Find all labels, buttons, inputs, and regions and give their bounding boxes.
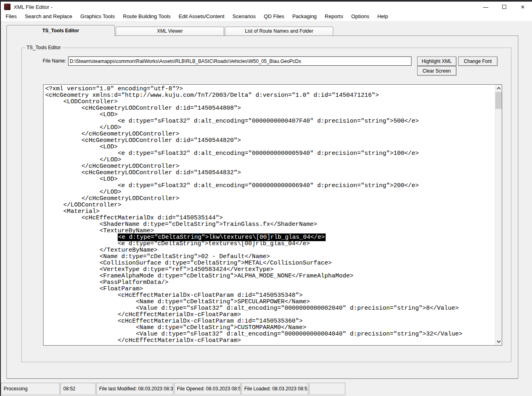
- code-line: <Name d:type="cDeltaString">CUSTOMPARAM0…: [45, 325, 495, 331]
- file-name-label: File Name:: [40, 58, 66, 64]
- menu-item-scenarios[interactable]: Scenarios: [229, 12, 260, 21]
- code-line: </cHcGeometryLODController>: [45, 163, 495, 170]
- code-line: <VertexType d:type="ref">1450583424</Ver…: [45, 267, 495, 273]
- code-line: <cHcEffectMaterialDx-cFloatParam d:id="1…: [45, 292, 495, 299]
- menu-item-route-building-tools[interactable]: Route Building Tools: [119, 12, 175, 21]
- file-name-input[interactable]: [68, 56, 411, 66]
- chevron-up-icon: [497, 87, 501, 91]
- code-line: <LOD>: [45, 112, 495, 118]
- window-controls: — ✕: [476, 2, 532, 12]
- menu-item-packaging[interactable]: Packaging: [288, 12, 321, 21]
- code-line: <Value d:type="sFloat32" d:alt_encoding=…: [45, 331, 495, 338]
- code-line: <FloatParam>: [45, 286, 495, 292]
- scroll-up-button[interactable]: [495, 85, 502, 92]
- code-line: </LOD>: [45, 189, 495, 196]
- menu-item-reports[interactable]: Reports: [321, 12, 347, 21]
- code-line: </cHcGeometryLODController>: [45, 131, 495, 138]
- menu-item-files[interactable]: Files: [2, 12, 21, 21]
- scrollbar-thumb[interactable]: [495, 92, 502, 109]
- code-line: <e d:type="sFloat32" d:alt_encoding="000…: [45, 118, 495, 125]
- code-line: </TextureByName>: [45, 247, 495, 254]
- code-line: <cHcEffectMaterialDx d:id="1450535144">: [45, 215, 495, 221]
- menu-item-graphics-tools[interactable]: Graphics Tools: [76, 12, 119, 21]
- window-title: XML File Editor -: [14, 4, 52, 10]
- code-line: </LOD>: [45, 157, 495, 163]
- title-bar: XML File Editor - — ✕: [0, 2, 532, 12]
- tab-ts-tools-editor[interactable]: TS_Tools Editor: [6, 25, 115, 36]
- window-left-edge: [0, 2, 1, 396]
- menu-item-help[interactable]: Help: [373, 12, 392, 21]
- status-file-opened: File Opened: 08.03.2023 08:51:50: [174, 383, 241, 395]
- code-line: <LOD>: [45, 176, 495, 183]
- code-line: <Name d:type="cDeltaString">02 - Default…: [45, 254, 495, 260]
- code-line: <Name d:type="cDeltaString">SPECULARPOWE…: [45, 299, 495, 305]
- ts-tools-groupbox: TS_Tools Editor File Name: Highlight XML…: [21, 48, 511, 362]
- menu-item-search-and-replace[interactable]: Search and Replace: [21, 12, 76, 21]
- tab-xml-viewer[interactable]: XML Viewer: [116, 27, 224, 36]
- menu-item-qd-files[interactable]: QD Files: [260, 12, 289, 21]
- status-empty-panel: [309, 383, 345, 395]
- status-clock: 08:52: [60, 383, 96, 395]
- maximize-button[interactable]: [495, 2, 513, 12]
- code-line: <?xml version="1.0" encoding="utf-8"?>: [45, 86, 495, 92]
- app-icon: [4, 4, 10, 10]
- code-line: <e d:type="sFloat32" d:alt_encoding="000…: [45, 183, 495, 189]
- code-line: </cHcGeometryLODController>: [45, 196, 495, 202]
- status-file-last-modified: File last Modified: 08.03.2023 08:37:45: [96, 383, 173, 395]
- code-line: <ShaderName d:type="cDeltaString">TrainG…: [45, 221, 495, 228]
- groupbox-title: TS_Tools Editor: [25, 45, 62, 50]
- chevron-down-icon: [497, 339, 501, 343]
- xml-editor[interactable]: <?xml version="1.0" encoding="utf-8"?><c…: [43, 84, 502, 346]
- status-processing: Processing: [1, 383, 60, 395]
- code-line: <cHcGeometryLODController d:id="14505448…: [45, 105, 495, 112]
- code-line-selected: <e d:type="cDeltaString">lkw\textures\[0…: [45, 234, 495, 241]
- status-file-loaded: File Loaded: 08.03.2023 08:51:50: [241, 383, 308, 395]
- code-line: </cHcEffectMaterialDx-cFloatParam>: [45, 312, 495, 318]
- code-line: <cHcGeometryLODController d:id="14505448…: [45, 170, 495, 176]
- code-line: <e d:type="sFloat32" d:alt_encoding="000…: [45, 150, 495, 157]
- code-line: </LODController>: [45, 202, 495, 208]
- editor-vertical-scrollbar[interactable]: [495, 85, 502, 345]
- code-line: <FrameAlphaMode d:type="cDeltaString">AL…: [45, 273, 495, 279]
- status-bar: Processing08:52File last Modified: 08.03…: [0, 382, 532, 396]
- clear-screen-button[interactable]: Clear Screen: [417, 66, 456, 75]
- code-line: <cHcGeometry xmlns:d="http://www.kuju.co…: [45, 92, 495, 99]
- code-line: </cHcEffectMaterialDx-cFloatParam>: [45, 338, 495, 344]
- change-font-button[interactable]: Change Font: [458, 56, 497, 66]
- highlight-xml-button[interactable]: Highlight XML: [417, 56, 456, 66]
- menu-item-options[interactable]: Options: [347, 12, 373, 21]
- code-line: <CollisionSurface d:type="cDeltaString">…: [45, 260, 495, 267]
- minimize-button[interactable]: —: [476, 2, 495, 12]
- close-button[interactable]: ✕: [513, 2, 532, 12]
- tab-strip: TS_Tools EditorXML ViewerList of Route N…: [6, 25, 334, 36]
- minimize-icon: —: [483, 4, 488, 10]
- code-line: <PassPlatformData/>: [45, 279, 495, 286]
- code-line: <e d:type="cDeltaString">textures\[00]rl…: [45, 241, 495, 247]
- tab-page-ts-tools-editor: TS_Tools Editor File Name: Highlight XML…: [6, 35, 518, 379]
- maximize-icon: [502, 5, 506, 9]
- code-line: <cHcEffectMaterialDx-cFloatParam d:id="1…: [45, 318, 495, 325]
- code-line: <LODController>: [45, 99, 495, 105]
- code-line: <LOD>: [45, 144, 495, 150]
- app-window: XML File Editor - — ✕ FilesSearch and Re…: [0, 0, 532, 396]
- tab-list-of-route-names-and-folder[interactable]: List of Route Names and Folder: [225, 27, 333, 36]
- code-line: </LOD>: [45, 125, 495, 131]
- scroll-down-button[interactable]: [495, 338, 502, 345]
- code-line: <Value d:type="sFloat32" d:alt_encoding=…: [45, 305, 495, 312]
- code-line: <cHcGeometryLODController d:id="14505448…: [45, 138, 495, 144]
- close-icon: ✕: [521, 4, 525, 10]
- code-line: <Material>: [45, 208, 495, 215]
- menu-item-edit-assets-content[interactable]: Edit Assets/Content: [175, 12, 228, 21]
- xml-editor-content[interactable]: <?xml version="1.0" encoding="utf-8"?><c…: [44, 85, 495, 345]
- menu-bar: FilesSearch and ReplaceGraphics ToolsRou…: [0, 12, 532, 21]
